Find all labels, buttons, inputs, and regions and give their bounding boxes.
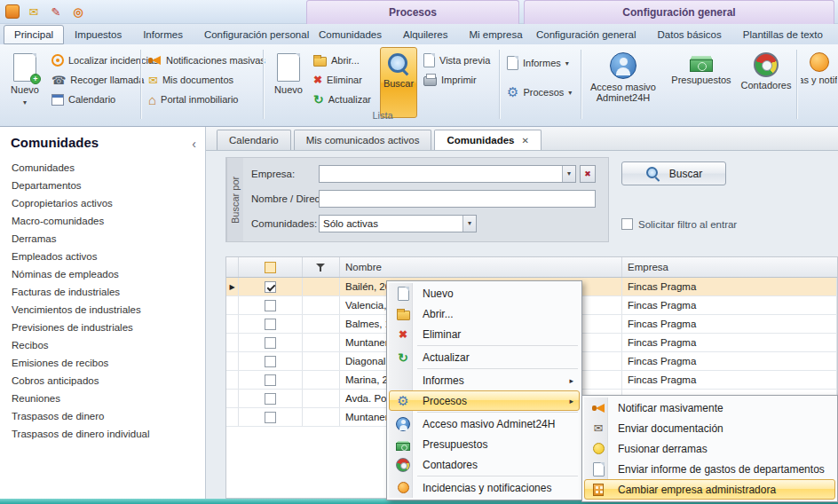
- doc-tab-calendario[interactable]: Calendario: [217, 130, 291, 150]
- mis-documentos-button[interactable]: ✉ Mis documentos: [146, 70, 268, 90]
- checkbox[interactable]: [621, 218, 633, 230]
- submenu-item-cambiar-empresa-administradora[interactable]: Cambiar empresa administradora: [584, 479, 835, 500]
- doc-tab-mis-comunicados-activos[interactable]: Mis comunicados activos: [294, 130, 432, 150]
- collapse-sidebar-icon[interactable]: ‹: [192, 137, 196, 151]
- eliminar-button[interactable]: ✖ Eliminar: [311, 70, 374, 90]
- clear-empresa-icon[interactable]: ✖: [580, 165, 596, 183]
- nuevo-lista-button[interactable]: Nuevo: [268, 48, 309, 106]
- nombre-direccion-input[interactable]: [320, 191, 595, 207]
- menu-item-actualizar[interactable]: ↻ Actualizar: [389, 347, 580, 367]
- menu-item-procesos[interactable]: ⚙ Procesos ▸: [389, 390, 580, 411]
- sidebar-item-copropietarios-activos[interactable]: Copropietarios activos: [0, 194, 205, 212]
- sidebar-item-cobros-anticipados[interactable]: Cobros anticipados: [0, 372, 205, 390]
- tab-plantillas-de-texto[interactable]: Plantillas de texto: [732, 25, 834, 44]
- sidebar-item-derramas[interactable]: Derramas: [0, 230, 205, 248]
- localizar-incidencias-button[interactable]: Localizar incidencias: [49, 51, 162, 70]
- cell-empresa[interactable]: Fincas Pragma: [622, 315, 837, 333]
- empresa-input[interactable]: [320, 166, 575, 182]
- sidebar-item-recibos[interactable]: Recibos: [0, 336, 205, 354]
- actualizar-button[interactable]: ↻ Actualizar: [311, 90, 374, 109]
- sidebar-item-reuniones[interactable]: Reuniones: [0, 390, 205, 407]
- edit-icon[interactable]: ✎: [48, 4, 64, 20]
- cell-empresa[interactable]: Fincas Pragma: [622, 352, 837, 370]
- contadores-button[interactable]: Contadores: [739, 47, 794, 122]
- row-checkbox[interactable]: [265, 281, 276, 293]
- calendario-button[interactable]: Calendario: [49, 90, 162, 109]
- imprimir-button[interactable]: Imprimir: [421, 70, 493, 90]
- incidencias-notificaciones-button[interactable]: Incidencias y notificaciones: [800, 47, 838, 122]
- tab-mi-empresa[interactable]: Mi empresa: [458, 25, 533, 44]
- chevron-down-icon[interactable]: ▾: [462, 216, 476, 232]
- menu-item-informes[interactable]: Informes ▸: [389, 370, 580, 390]
- nombre-direccion-field[interactable]: [319, 190, 596, 208]
- row-checkbox[interactable]: [265, 356, 276, 367]
- row-checkbox[interactable]: [265, 374, 276, 386]
- menu-item-presupuestos[interactable]: Presupuestos: [389, 434, 580, 454]
- sidebar-item-facturas-de-industriales[interactable]: Facturas de industriales: [0, 283, 205, 301]
- menu-item-abrir[interactable]: Abrir...: [389, 303, 580, 324]
- mail-icon[interactable]: ✉: [26, 4, 42, 20]
- buscar-button[interactable]: Buscar: [380, 47, 417, 118]
- tab-comunidades[interactable]: Comunidades: [308, 25, 392, 44]
- submenu-item-fusionar-derramas[interactable]: Fusionar derramas: [584, 438, 835, 459]
- tab-datos-basicos[interactable]: Datos básicos: [647, 25, 732, 44]
- nuevo-split-button[interactable]: + Nuevo ▾: [4, 48, 46, 121]
- cell-empresa[interactable]: Fincas Pragma: [622, 278, 837, 295]
- buscar-panel-button[interactable]: Buscar: [621, 161, 726, 185]
- sidebar-item-macro-comunidades[interactable]: Macro-comunidades: [0, 212, 205, 230]
- menu-item-contadores[interactable]: Contadores: [389, 454, 580, 475]
- row-checkbox[interactable]: [265, 319, 276, 330]
- recoger-llamada-button[interactable]: ☎ Recoger llamada: [49, 70, 162, 90]
- sidebar-item-traspasos-de-dinero[interactable]: Traspasos de dinero: [0, 407, 205, 425]
- header-empresa[interactable]: Empresa: [622, 257, 837, 277]
- comunidades-select[interactable]: Sólo activas ▾: [319, 215, 477, 232]
- cell-empresa[interactable]: Fincas Pragma: [622, 334, 837, 351]
- acceso-masivo-button[interactable]: Acceso masivo Adminet24H: [584, 47, 662, 122]
- sidebar-item-nominas-de-empleados[interactable]: Nóminas de empleados: [0, 265, 205, 283]
- presupuestos-button[interactable]: Presupuestos: [666, 47, 737, 122]
- tab-impuestos[interactable]: Impuestos: [64, 25, 132, 44]
- tab-informes[interactable]: Informes: [132, 25, 194, 44]
- sidebar-item-empleados-activos[interactable]: Empleados activos: [0, 248, 205, 265]
- menu-item-acceso-masivo[interactable]: Acceso masivo Adminet24H: [389, 413, 580, 434]
- menu-item-eliminar[interactable]: ✖ Eliminar: [389, 324, 580, 344]
- menu-item-nuevo[interactable]: Nuevo: [389, 283, 580, 303]
- sidebar-item-comunidades[interactable]: Comunidades: [0, 159, 205, 177]
- tab-principal[interactable]: Principal: [4, 25, 64, 44]
- tab-configuracion-personal[interactable]: Configuración personal: [194, 25, 320, 44]
- row-checkbox[interactable]: [265, 300, 276, 311]
- vista-previa-button[interactable]: Vista previa: [421, 51, 493, 70]
- doc-tab-comunidades[interactable]: Comunidades ✕: [434, 130, 541, 150]
- tab-configuracion-general[interactable]: Configuración general: [526, 25, 647, 44]
- header-filter[interactable]: [303, 257, 340, 277]
- cell-empresa[interactable]: Fincas Pragma: [622, 296, 837, 314]
- submenu-item-notificar-masivamente[interactable]: Notificar masivamente: [584, 398, 835, 418]
- app-icon[interactable]: [5, 4, 20, 19]
- portal-inmobiliario-button[interactable]: ⌂ Portal inmobiliario: [146, 90, 268, 109]
- chevron-down-icon[interactable]: ▾: [562, 166, 575, 182]
- cell-empresa[interactable]: Fincas Pragma: [622, 371, 837, 389]
- tab-alquileres[interactable]: Alquileres: [392, 25, 459, 44]
- header-select-all[interactable]: [239, 257, 303, 277]
- row-checkbox[interactable]: [265, 412, 276, 423]
- header-nombre[interactable]: Nombre: [340, 257, 622, 277]
- notificaciones-masivas-button[interactable]: Notificaciones masivas: [146, 51, 268, 70]
- sidebar-item-vencimientos-de-industriales[interactable]: Vencimientos de industriales: [0, 301, 205, 319]
- broadcast-icon[interactable]: ◎: [70, 4, 86, 20]
- sidebar-item-departamentos[interactable]: Departamentos: [0, 177, 205, 194]
- submenu-item-enviar-documentacion[interactable]: ✉ Enviar documentación: [584, 418, 835, 438]
- row-checkbox[interactable]: [265, 393, 276, 405]
- sidebar-item-traspasos-de-dinero-individual[interactable]: Traspasos de dinero individual: [0, 425, 205, 443]
- sidebar-item-emisiones-de-recibos[interactable]: Emisiones de recibos: [0, 354, 205, 372]
- procesos-dropdown-button[interactable]: ⚙ Procesos ▾: [504, 83, 574, 102]
- row-checkbox[interactable]: [265, 337, 276, 349]
- abrir-button[interactable]: Abrir...: [311, 51, 374, 70]
- menu-item-incidencias-notificaciones[interactable]: Incidencias y notificaciones: [389, 477, 580, 498]
- submenu-item-enviar-informe-gastos[interactable]: Enviar informe de gastos de departamento…: [584, 459, 835, 479]
- close-tab-icon[interactable]: ✕: [522, 131, 529, 150]
- select-all-checkbox[interactable]: [265, 262, 276, 273]
- empresa-combo[interactable]: ▾: [319, 165, 576, 183]
- sidebar-item-previsiones-de-industriales[interactable]: Previsiones de industriales: [0, 319, 205, 336]
- solicitar-filtro-checkbox[interactable]: Solicitar filtro al entrar: [621, 218, 737, 230]
- informes-dropdown-button[interactable]: Informes ▾: [504, 53, 574, 73]
